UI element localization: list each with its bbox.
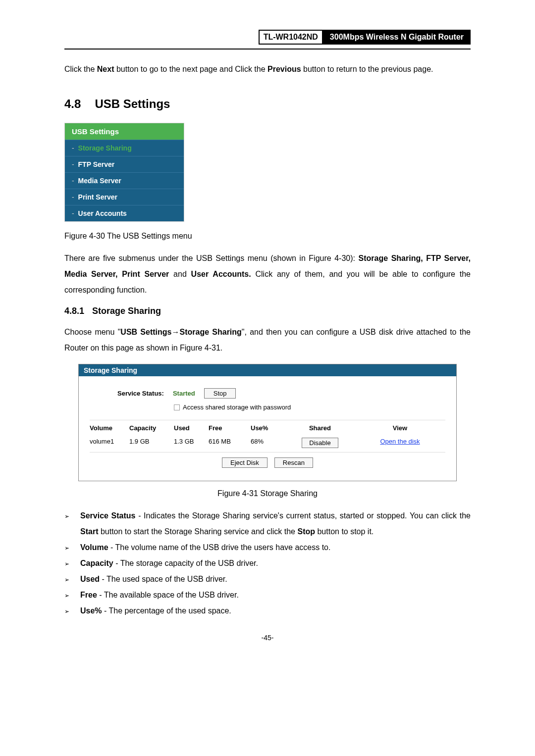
panel-title: Storage Sharing (79, 364, 456, 376)
bullet-capacity: ➢ Capacity - The storage capacity of the… (64, 555, 471, 571)
menu-item-storage-sharing[interactable]: - Storage Sharing (65, 140, 184, 156)
header-divider (64, 49, 471, 50)
menu-item-print-server[interactable]: - Print Server (65, 189, 184, 205)
subsection-number: 4.8.1 (64, 306, 84, 316)
subsection-heading: 4.8.1Storage Sharing (64, 306, 471, 316)
th-usep: Use% (251, 424, 285, 432)
rescan-button[interactable]: Rescan (274, 457, 313, 468)
menu-label-print: Print Server (78, 193, 117, 201)
para1-mid: and (169, 270, 191, 278)
th-view: View (355, 424, 445, 432)
t5: - The percentage of the used space. (102, 606, 231, 615)
menu-label-media: Media Server (78, 177, 121, 185)
intro-paragraph: Click the Next button to go to the next … (64, 61, 471, 77)
td-capacity: 1.9 GB (129, 438, 174, 448)
storage-sharing-panel: Storage Sharing Service Status: Started … (78, 364, 457, 481)
intro-next-bold: Next (97, 65, 114, 73)
b0-2: Start (80, 527, 98, 536)
menu-dash: - (72, 193, 76, 201)
service-status-row: Service Status: Started Stop (117, 388, 445, 399)
td-used: 1.3 GB (174, 438, 209, 448)
t4: - The available space of the USB driver. (97, 591, 239, 599)
b5b: Use% (80, 606, 102, 615)
bullet-service-status: ➢ Service Status - Indicates the Storage… (64, 508, 471, 540)
intro-mid: button to go to the next page and Click … (114, 65, 268, 73)
td-free: 616 MB (209, 438, 251, 448)
bullet-text: Free - The available space of the USB dr… (80, 587, 471, 603)
b0-3: Stop (297, 527, 315, 536)
menu-dash: - (72, 144, 76, 152)
menu-item-user-accounts[interactable]: - User Accounts (65, 205, 184, 221)
bullet-icon: ➢ (64, 590, 73, 602)
td-view: Open the disk (355, 438, 445, 448)
doc-header: TL-WR1042ND 300Mbps Wireless N Gigabit R… (64, 30, 471, 45)
usb-settings-menu: USB Settings - Storage Sharing - FTP Ser… (64, 123, 184, 222)
td-shared: Disable (285, 438, 355, 448)
menu-label-storage-sharing: Storage Sharing (78, 144, 132, 152)
menu-dash: - (72, 209, 76, 217)
th-volume: Volume (90, 424, 129, 432)
figure-430-caption: Figure 4-30 The USB Settings menu (64, 232, 471, 241)
open-disk-link[interactable]: Open the disk (380, 438, 420, 445)
bullet-icon: ➢ (64, 558, 73, 570)
td-usep: 68% (251, 438, 285, 448)
th-shared: Shared (285, 424, 355, 432)
menu-label-ftp: FTP Server (78, 160, 115, 168)
para2-pre: Choose menu " (64, 328, 120, 336)
panel-body: Service Status: Started Stop Access shar… (79, 376, 456, 481)
t1: - The volume name of the USB drive the u… (108, 543, 331, 552)
intro-pre: Click the (64, 65, 97, 73)
b3b: Used (80, 575, 100, 583)
bullet-text: Volume - The volume name of the USB driv… (80, 540, 471, 555)
bullet-used: ➢ Used - The used space of the USB drive… (64, 571, 471, 587)
checkbox-icon[interactable] (174, 404, 180, 410)
figure-431-caption: Figure 4-31 Storage Sharing (64, 489, 471, 498)
disable-button[interactable]: Disable (302, 438, 338, 448)
b0: Service Status (80, 511, 135, 520)
para1-bold2: User Accounts. (191, 270, 251, 278)
stop-button[interactable]: Stop (204, 388, 236, 399)
section-title: USB Settings (95, 97, 170, 110)
para2-b2: Storage Sharing (179, 328, 241, 336)
bullet-text: Service Status - Indicates the Storage S… (80, 508, 471, 540)
intro-prev-bold: Previous (268, 65, 301, 73)
header-model: TL-WR1042ND (259, 30, 323, 45)
b2b: Capacity (80, 559, 113, 567)
para2-b1: USB Settings (120, 328, 171, 336)
th-free: Free (209, 424, 251, 432)
t0-2: button to start the Storage Sharing serv… (98, 527, 297, 536)
bullet-text: Use% - The percentage of the used space. (80, 603, 471, 619)
menu-dash: - (72, 177, 76, 185)
bullet-icon: ➢ (64, 542, 73, 554)
service-status-label: Service Status: (117, 390, 164, 397)
td-volume: volume1 (90, 438, 129, 448)
menu-item-media-server[interactable]: - Media Server (65, 172, 184, 189)
section-heading: 4.8USB Settings (64, 97, 471, 111)
t0-3: button to stop it. (315, 527, 374, 536)
para1-pre: There are five submenus under the USB Se… (64, 254, 359, 262)
menu-label-user-accounts: User Accounts (78, 209, 127, 217)
bullet-list: ➢ Service Status - Indicates the Storage… (64, 508, 471, 619)
bullet-volume: ➢ Volume - The volume name of the USB dr… (64, 540, 471, 555)
menu-item-ftp-server[interactable]: - FTP Server (65, 156, 184, 172)
t3: - The used space of the USB driver. (100, 575, 227, 583)
bullet-text: Used - The used space of the USB driver. (80, 571, 471, 587)
b1: Volume (80, 543, 108, 552)
checkbox-label: Access shared storage with password (183, 403, 291, 411)
storage-table: Volume Capacity Used Free Use% Shared Vi… (90, 420, 445, 453)
subsection-title: Storage Sharing (92, 306, 161, 316)
header-product: 300Mbps Wireless N Gigabit Router (323, 30, 471, 45)
th-used: Used (174, 424, 209, 432)
th-capacity: Capacity (129, 424, 174, 432)
bullet-free: ➢ Free - The available space of the USB … (64, 587, 471, 603)
usb-menu-header: USB Settings (65, 123, 184, 140)
t2: - The storage capacity of the USB driver… (113, 559, 258, 567)
b4b: Free (80, 591, 97, 599)
eject-disk-button[interactable]: Eject Disk (222, 457, 268, 468)
paragraph-submenus: There are five submenus under the USB Se… (64, 251, 471, 298)
t0: - Indicates the Storage Sharing service'… (135, 511, 471, 520)
bullet-icon: ➢ (64, 605, 73, 617)
service-status-value: Started (173, 390, 195, 397)
intro-post: button to return to the previous page. (301, 65, 433, 73)
menu-dash: - (72, 160, 76, 168)
